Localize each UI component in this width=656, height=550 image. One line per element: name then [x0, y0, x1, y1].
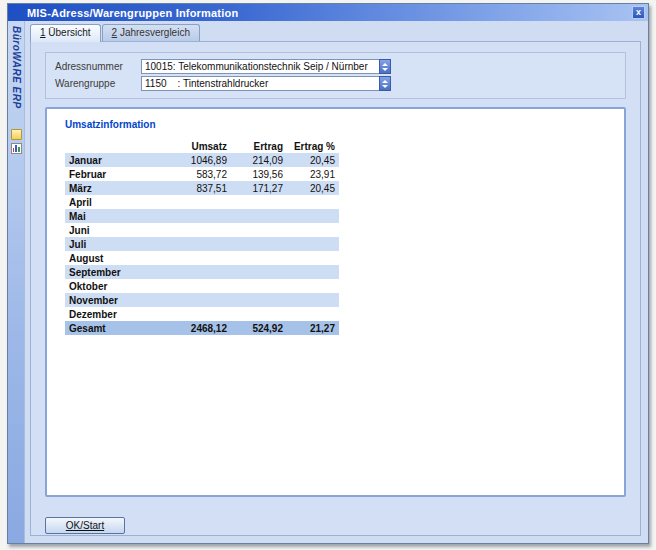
warengruppe-label: Warengruppe — [55, 78, 141, 89]
table-row: Februar583,72139,5623,91 — [65, 167, 339, 181]
table-row: Mai — [65, 209, 339, 223]
table-row: Januar1046,89214,0920,45 — [65, 153, 339, 167]
ok-start-button[interactable]: OK/Start — [45, 517, 125, 534]
table-row: September — [65, 265, 339, 279]
tab-bar: 1 Übersicht 2 Jahresvergleich — [25, 21, 648, 41]
window-title: MIS-Adress/Warengruppen Information — [27, 7, 238, 19]
chart-icon[interactable] — [11, 143, 22, 154]
footer: OK/Start — [45, 515, 626, 534]
ertrag-pct-column-header: Ertrag % — [287, 139, 339, 153]
brand-logo-text: BüroWARE ERP — [11, 21, 22, 109]
table-row: August — [65, 251, 339, 265]
tab-jahresvergleich[interactable]: 2 Jahresvergleich — [102, 24, 200, 41]
table-row: April — [65, 195, 339, 209]
tab-uebersicht[interactable]: 1 Übersicht — [30, 24, 101, 42]
table-row: Juni — [65, 223, 339, 237]
umsatz-table: Umsatz Ertrag Ertrag % Januar1046,89214,… — [65, 139, 339, 335]
table-row: März837,51171,2720,45 — [65, 181, 339, 195]
umsatz-panel: Umsatzinformation Umsatz Ertrag Ertrag % — [45, 107, 626, 497]
panel-title: Umsatzinformation — [65, 119, 606, 130]
brand-strip: BüroWARE ERP — [8, 21, 25, 543]
title-bar: MIS-Adress/Warengruppen Information x — [8, 4, 648, 21]
adressnummer-spinner-button[interactable] — [379, 59, 391, 74]
warengruppe-field[interactable]: 1150 : Tintenstrahldrucker — [141, 76, 379, 91]
tab-page-uebersicht: Adressnummer 10015: Telekommunikationste… — [30, 41, 641, 536]
table-row: Oktober — [65, 279, 339, 293]
table-header-row: Umsatz Ertrag Ertrag % — [65, 139, 339, 153]
warengruppe-spinner-button[interactable] — [379, 76, 391, 91]
ertrag-column-header: Ertrag — [231, 139, 287, 153]
adressnummer-label: Adressnummer — [55, 61, 141, 72]
window: MIS-Adress/Warengruppen Information x Bü… — [7, 3, 649, 544]
umsatz-column-header: Umsatz — [159, 139, 231, 153]
close-button[interactable]: x — [632, 6, 645, 19]
table-row: November — [65, 293, 339, 307]
note-icon[interactable] — [11, 129, 22, 140]
table-row: Dezember — [65, 307, 339, 321]
month-column-header — [65, 139, 159, 153]
adressnummer-field[interactable]: 10015: Telekommunikationstechnik Seip / … — [141, 59, 379, 74]
table-row: Juli — [65, 237, 339, 251]
table-total-row: Gesamt2468,12524,9221,27 — [65, 321, 339, 335]
address-form-group: Adressnummer 10015: Telekommunikationste… — [45, 52, 626, 99]
